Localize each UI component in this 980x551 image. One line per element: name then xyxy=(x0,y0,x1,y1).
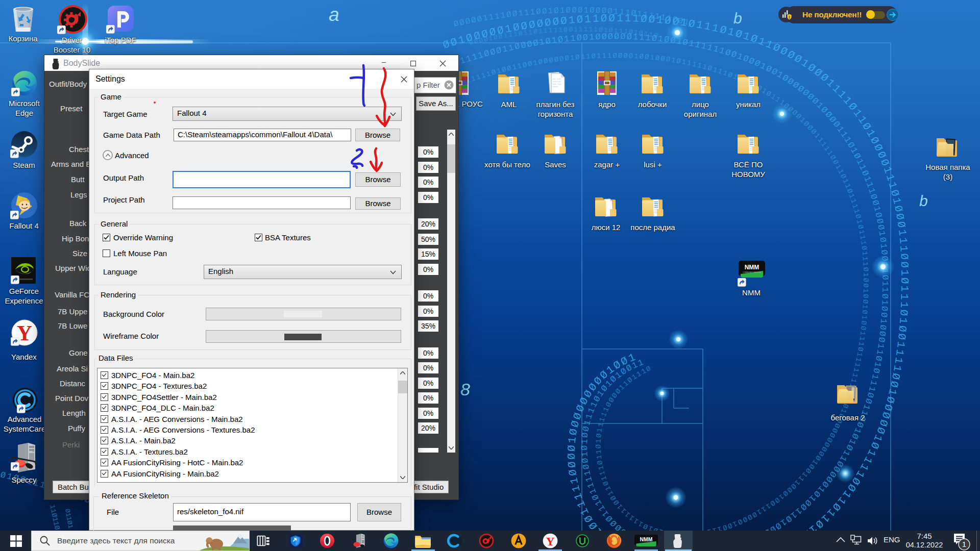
svg-text:1: 1 xyxy=(962,540,966,548)
svg-text:Y: Y xyxy=(546,535,554,548)
svg-text:!: ! xyxy=(789,15,790,20)
svg-text:NMM: NMM xyxy=(640,537,653,542)
